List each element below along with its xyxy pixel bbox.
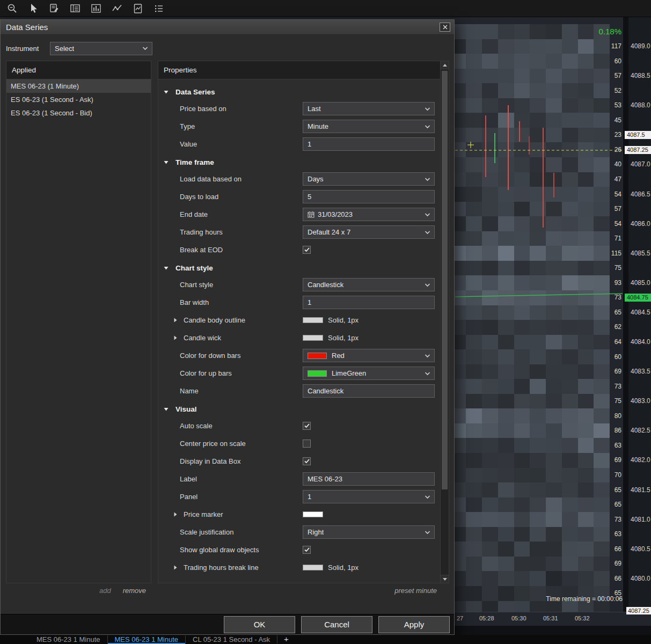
property-label: Candle wick bbox=[174, 329, 221, 347]
chart-window-icon[interactable] bbox=[69, 3, 81, 14]
scrollbar-thumb[interactable] bbox=[442, 71, 448, 489]
chevron-down-icon bbox=[142, 47, 148, 50]
applied-item[interactable]: MES 06-23 (1 Minute) bbox=[6, 79, 151, 93]
center-price-on-scale-checkbox[interactable] bbox=[303, 440, 311, 448]
dialog-titlebar[interactable]: Data Series bbox=[1, 20, 454, 35]
applied-list: MES 06-23 (1 Minute)ES 06-23 (1 Second -… bbox=[6, 79, 151, 120]
new-tab-button[interactable]: + bbox=[277, 635, 295, 644]
preset-label[interactable]: preset minute bbox=[158, 587, 437, 595]
cancel-button[interactable]: Cancel bbox=[301, 616, 372, 633]
volume-at-price: 54 bbox=[591, 187, 621, 202]
bar-chart-icon[interactable] bbox=[90, 3, 102, 14]
expand-arrow-icon[interactable] bbox=[174, 311, 177, 329]
label-input[interactable]: MES 06-23 bbox=[303, 472, 435, 486]
add-link[interactable]: add bbox=[99, 587, 111, 595]
apply-button[interactable]: Apply bbox=[378, 616, 450, 633]
collapse-arrow-icon[interactable] bbox=[164, 407, 169, 411]
list-icon[interactable] bbox=[153, 3, 165, 14]
scroll-down-icon[interactable] bbox=[441, 575, 449, 583]
scale-justification-dropdown[interactable]: Right bbox=[303, 525, 435, 539]
section-title: Chart style bbox=[175, 260, 213, 276]
properties-scrollbar[interactable] bbox=[440, 61, 449, 583]
chart-tab-selected[interactable]: MES 06-23 1 Minute bbox=[108, 635, 186, 644]
price-based-on-dropdown[interactable]: Last bbox=[303, 102, 435, 115]
price-scale[interactable]: 4089.04088.54088.04087.04086.54086.04085… bbox=[628, 17, 651, 612]
volume-at-price: 73 bbox=[591, 290, 621, 305]
break-at-eod-checkbox[interactable] bbox=[303, 246, 311, 254]
line-color-swatch bbox=[303, 335, 323, 341]
volume-at-price: 71 bbox=[591, 231, 621, 246]
chart-style-dropdown[interactable]: Candlestick bbox=[303, 278, 435, 291]
applied-item[interactable]: ES 06-23 (1 Second - Bid) bbox=[6, 106, 151, 120]
polyline-icon[interactable] bbox=[111, 3, 123, 14]
applied-panel: Applied MES 06-23 (1 Minute)ES 06-23 (1 … bbox=[6, 61, 151, 583]
show-global-draw-objects-checkbox[interactable] bbox=[303, 546, 311, 554]
time-tick-label: 05:30 bbox=[511, 615, 526, 621]
section-time-frame[interactable]: Time frame bbox=[158, 155, 440, 170]
value-input[interactable]: 1 bbox=[303, 137, 435, 151]
color-for-up-bars-dropdown[interactable]: LimeGreen bbox=[303, 367, 435, 380]
chevron-down-icon bbox=[425, 530, 430, 534]
ok-button[interactable]: OK bbox=[224, 616, 295, 633]
collapse-arrow-icon[interactable] bbox=[164, 160, 169, 164]
property-label: Label bbox=[180, 470, 197, 488]
property-label: Name bbox=[180, 382, 199, 400]
price-marker-swatch[interactable] bbox=[303, 508, 435, 521]
scroll-up-icon[interactable] bbox=[441, 61, 449, 69]
expand-arrow-icon[interactable] bbox=[174, 559, 177, 576]
section-chart-style[interactable]: Chart style bbox=[158, 260, 440, 276]
expand-arrow-icon[interactable] bbox=[174, 506, 177, 523]
chart-tab[interactable]: MES 06-23 1 Minute bbox=[30, 635, 107, 644]
property-label: Price based on bbox=[180, 100, 226, 118]
candle-body-outline-style[interactable]: Solid, 1px bbox=[303, 313, 435, 327]
candle-wick-style[interactable]: Solid, 1px bbox=[303, 331, 435, 345]
property-label: End date bbox=[180, 206, 208, 223]
volume-at-price: 52 bbox=[591, 84, 621, 99]
color-swatch bbox=[303, 511, 323, 517]
chart-toolbar bbox=[0, 0, 651, 17]
expand-arrow-icon[interactable] bbox=[174, 329, 177, 347]
edit-note-icon[interactable] bbox=[48, 3, 60, 14]
close-button[interactable] bbox=[440, 23, 450, 32]
chevron-down-icon bbox=[425, 495, 430, 499]
type-dropdown[interactable]: Minute bbox=[303, 120, 435, 133]
volume-at-price: 69 bbox=[591, 453, 621, 468]
chart-tab-bar: MES 06-23 1 MinuteMES 06-23 1 MinuteCL 0… bbox=[0, 635, 651, 644]
chevron-down-icon bbox=[425, 107, 430, 111]
time-tick-label: 05:28 bbox=[479, 615, 494, 621]
zoom-out-icon[interactable] bbox=[6, 3, 18, 14]
color-swatch bbox=[308, 353, 327, 359]
panel-dropdown[interactable]: 1 bbox=[303, 490, 435, 503]
row-break-at-eod: Break at EOD bbox=[158, 241, 440, 259]
section-title: Time frame bbox=[175, 155, 214, 170]
trading-hours-dropdown[interactable]: Default 24 x 7 bbox=[303, 225, 435, 239]
section-visual[interactable]: Visual bbox=[158, 401, 440, 417]
display-in-data-box-checkbox[interactable] bbox=[303, 457, 311, 465]
volume-column: 1176057525345232640475457547111575937365… bbox=[591, 17, 621, 618]
bar-width-input[interactable]: 1 bbox=[303, 296, 435, 309]
chart-page-icon[interactable] bbox=[132, 3, 144, 14]
property-label: Scale justification bbox=[180, 523, 233, 541]
collapse-arrow-icon[interactable] bbox=[164, 90, 169, 94]
row-label: LabelMES 06-23 bbox=[158, 470, 440, 488]
load-data-based-on-dropdown[interactable]: Days bbox=[303, 172, 435, 186]
name-input[interactable]: Candlestick bbox=[303, 384, 435, 398]
volume-at-price: 40 bbox=[591, 157, 621, 172]
days-to-load-input[interactable]: 5 bbox=[303, 190, 435, 203]
color-for-down-bars-dropdown[interactable]: Red bbox=[303, 349, 435, 362]
section-data-series[interactable]: Data Series bbox=[158, 84, 440, 100]
applied-item[interactable]: ES 06-23 (1 Second - Ask) bbox=[6, 93, 151, 106]
volume-at-price: 60 bbox=[591, 350, 621, 365]
cursor-icon[interactable] bbox=[27, 3, 39, 14]
collapse-arrow-icon[interactable] bbox=[164, 266, 169, 270]
row-auto-scale: Auto scale bbox=[158, 417, 440, 435]
remove-link[interactable]: remove bbox=[123, 587, 146, 595]
scale-scrollbar[interactable] bbox=[623, 17, 628, 612]
row-trading-hours-break-line: Trading hours break lineSolid, 1px bbox=[158, 559, 440, 576]
time-axis[interactable]: 2705:2805:3005:3105:32 bbox=[455, 612, 651, 626]
end-date-picker[interactable]: 31/03/2023 bbox=[303, 208, 435, 221]
instrument-dropdown[interactable]: Select bbox=[50, 42, 152, 55]
trading-hours-break-line-style[interactable]: Solid, 1px bbox=[303, 561, 435, 574]
chart-tab[interactable]: CL 05-23 1 Second - Ask bbox=[186, 635, 277, 644]
auto-scale-checkbox[interactable] bbox=[303, 422, 311, 430]
